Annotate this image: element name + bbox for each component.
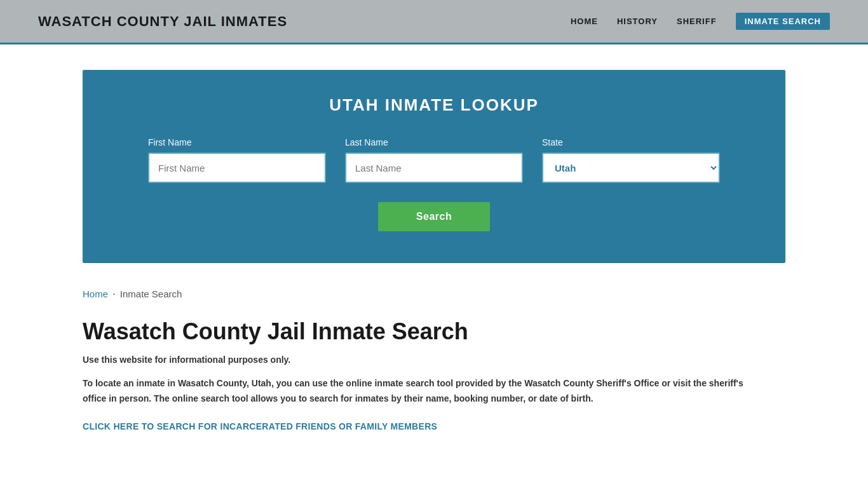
last-name-group: Last Name xyxy=(345,137,523,183)
site-header: WASATCH COUNTY JAIL INMATES HOME HISTORY… xyxy=(0,0,868,44)
search-banner: UTAH INMATE LOOKUP First Name Last Name … xyxy=(83,70,785,263)
page-title: Wasatch County Jail Inmate Search xyxy=(83,318,785,345)
banner-title: UTAH INMATE LOOKUP xyxy=(121,95,747,115)
main-content: Home • Inmate Search Wasatch County Jail… xyxy=(0,288,868,458)
search-button-row: Search xyxy=(121,202,747,231)
cta-link[interactable]: CLICK HERE to Search for Incarcerated Fr… xyxy=(83,421,437,431)
breadcrumb-home-link[interactable]: Home xyxy=(83,288,108,299)
breadcrumb-separator: • xyxy=(113,291,115,297)
first-name-input[interactable] xyxy=(148,152,326,183)
first-name-group: First Name xyxy=(148,137,326,183)
breadcrumb: Home • Inmate Search xyxy=(83,288,785,299)
search-button[interactable]: Search xyxy=(378,202,490,231)
site-title: WASATCH COUNTY JAIL INMATES xyxy=(38,13,287,30)
content-subtitle: Use this website for informational purpo… xyxy=(83,355,785,365)
first-name-label: First Name xyxy=(148,137,326,147)
search-form-row: First Name Last Name State Utah xyxy=(121,137,747,183)
state-label: State xyxy=(542,137,720,147)
state-group: State Utah xyxy=(542,137,720,183)
main-nav: HOME HISTORY SHERIFF INMATE SEARCH xyxy=(571,13,830,30)
content-description: To locate an inmate in Wasatch County, U… xyxy=(83,376,756,407)
nav-home[interactable]: HOME xyxy=(571,17,598,26)
last-name-label: Last Name xyxy=(345,137,523,147)
state-select[interactable]: Utah xyxy=(542,152,720,183)
nav-history[interactable]: HISTORY xyxy=(617,17,658,26)
nav-sheriff[interactable]: SHERIFF xyxy=(677,17,717,26)
last-name-input[interactable] xyxy=(345,152,523,183)
nav-inmate-search[interactable]: INMATE SEARCH xyxy=(736,13,830,30)
breadcrumb-current: Inmate Search xyxy=(120,288,182,299)
